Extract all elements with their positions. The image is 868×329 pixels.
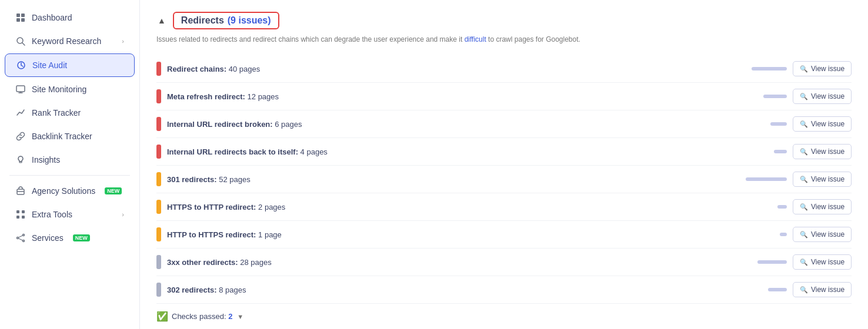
view-issue-label: View issue	[811, 203, 844, 211]
sidebar-label-keyword-research: Keyword Research	[32, 36, 101, 46]
sidebar-label-site-audit: Site Audit	[32, 61, 67, 70]
issue-bar	[777, 205, 787, 209]
chevron-icon-extra: ›	[122, 211, 124, 218]
issue-row: HTTPS to HTTP redirect: 2 pages 🔍 View i…	[156, 193, 852, 221]
view-issue-label: View issue	[811, 286, 844, 294]
search-icon: 🔍	[800, 65, 808, 73]
view-issue-button[interactable]: 🔍 View issue	[793, 282, 852, 297]
redirects-title: Redirects	[181, 15, 224, 26]
search-circle-icon	[15, 36, 26, 46]
lightbulb-icon	[15, 155, 26, 165]
main-content: ▲ Redirects (9 issues) Issues related to…	[140, 0, 868, 329]
chart-line-icon	[15, 108, 26, 118]
issue-bar	[774, 150, 787, 153]
chevron-down-icon: ▼	[237, 313, 243, 320]
issue-bar	[757, 260, 787, 264]
sidebar-item-insights[interactable]: Insights	[5, 149, 135, 171]
sidebar-divider	[9, 175, 130, 176]
svg-line-20	[19, 236, 23, 237]
checks-passed-row[interactable]: ✅ Checks passed: 2 ▼	[156, 304, 852, 327]
svg-rect-2	[16, 18, 20, 22]
sidebar-label-dashboard: Dashboard	[32, 13, 72, 22]
view-issue-button[interactable]: 🔍 View issue	[793, 199, 852, 214]
apps-icon	[15, 209, 26, 220]
issue-row: Meta refresh redirect: 12 pages 🔍 View i…	[156, 83, 852, 110]
severity-dot	[156, 255, 161, 269]
view-issue-label: View issue	[811, 147, 844, 156]
svg-rect-16	[22, 216, 25, 219]
search-icon: 🔍	[800, 286, 808, 294]
severity-dot	[156, 62, 161, 76]
sidebar-item-rank-tracker[interactable]: Rank Tracker	[5, 102, 135, 124]
issue-bar-container	[740, 150, 787, 153]
sidebar-item-dashboard[interactable]: Dashboard	[5, 6, 135, 29]
redirects-title-box: Redirects (9 issues)	[173, 12, 279, 29]
search-icon: 🔍	[800, 231, 808, 239]
sidebar-item-site-audit[interactable]: Site Audit	[5, 53, 135, 77]
redirects-count: (9 issues)	[228, 15, 271, 26]
issue-bar	[780, 233, 787, 236]
issue-row: HTTP to HTTPS redirect: 1 page 🔍 View is…	[156, 221, 852, 249]
svg-point-18	[17, 237, 19, 239]
view-issue-label: View issue	[811, 175, 844, 183]
issue-bar-container	[740, 67, 787, 70]
issue-bar-container	[740, 288, 787, 291]
view-issue-label: View issue	[811, 92, 844, 100]
search-icon: 🔍	[800, 203, 808, 211]
issue-row: Internal URL redirect broken: 6 pages 🔍 …	[156, 110, 852, 138]
view-issue-button[interactable]: 🔍 View issue	[793, 89, 852, 104]
view-issue-label: View issue	[811, 65, 844, 73]
sidebar-item-backlink-tracker[interactable]: Backlink Tracker	[5, 125, 135, 147]
svg-point-17	[23, 234, 25, 236]
svg-rect-10	[19, 162, 22, 163]
sidebar-item-extra-tools[interactable]: Extra Tools ›	[5, 203, 135, 226]
view-issue-button[interactable]: 🔍 View issue	[793, 254, 852, 270]
view-issue-button[interactable]: 🔍 View issue	[793, 227, 852, 242]
issue-bar-container	[740, 177, 787, 181]
briefcase-icon	[15, 186, 26, 196]
issue-label: Meta refresh redirect: 12 pages	[167, 92, 734, 101]
severity-dot	[156, 283, 161, 297]
link-icon	[15, 131, 26, 142]
svg-rect-0	[16, 14, 20, 17]
badge-new-agency: NEW	[105, 187, 122, 194]
view-issue-button[interactable]: 🔍 View issue	[793, 144, 852, 159]
issue-bar-container	[740, 233, 787, 236]
view-issue-label: View issue	[811, 120, 844, 128]
checks-passed-count: 2	[228, 312, 232, 321]
issue-row: Internal URL redirects back to itself: 4…	[156, 138, 852, 166]
sidebar-item-keyword-research[interactable]: Keyword Research ›	[5, 30, 135, 52]
view-issue-button[interactable]: 🔍 View issue	[793, 61, 852, 76]
svg-line-5	[22, 43, 25, 45]
sidebar: Dashboard Keyword Research › Site Audit …	[0, 0, 140, 329]
search-icon: 🔍	[800, 93, 808, 100]
collapse-button[interactable]: ▲	[156, 15, 167, 26]
sidebar-label-agency-solutions: Agency Solutions	[32, 186, 95, 196]
issue-row: 3xx other redirects: 28 pages 🔍 View iss…	[156, 249, 852, 276]
severity-dot	[156, 145, 161, 159]
issue-label: HTTPS to HTTP redirect: 2 pages	[167, 203, 734, 212]
issue-bar	[763, 95, 787, 98]
sync-icon	[16, 60, 26, 70]
issue-bar-container	[740, 95, 787, 98]
svg-point-19	[23, 240, 25, 242]
issue-bar-container	[740, 260, 787, 264]
issue-label: HTTP to HTTPS redirect: 1 page	[167, 230, 734, 239]
sidebar-label-backlink-tracker: Backlink Tracker	[32, 132, 92, 141]
monitor-icon	[15, 84, 26, 95]
view-issue-button[interactable]: 🔍 View issue	[793, 172, 852, 187]
badge-new-services: NEW	[73, 234, 90, 241]
sidebar-item-agency-solutions[interactable]: Agency Solutions NEW	[5, 180, 135, 202]
severity-dot	[156, 172, 161, 186]
severity-dot	[156, 200, 161, 214]
severity-dot	[156, 227, 161, 241]
sidebar-item-services[interactable]: Services NEW	[5, 227, 135, 249]
view-issue-button[interactable]: 🔍 View issue	[793, 116, 852, 132]
redirects-header: ▲ Redirects (9 issues)	[156, 12, 852, 29]
sidebar-item-site-monitoring[interactable]: Site Monitoring	[5, 78, 135, 100]
issue-bar	[752, 67, 787, 70]
severity-dot	[156, 89, 161, 103]
issue-label: Internal URL redirects back to itself: 4…	[167, 147, 734, 156]
issue-bar-container	[740, 205, 787, 209]
svg-line-21	[19, 239, 23, 240]
